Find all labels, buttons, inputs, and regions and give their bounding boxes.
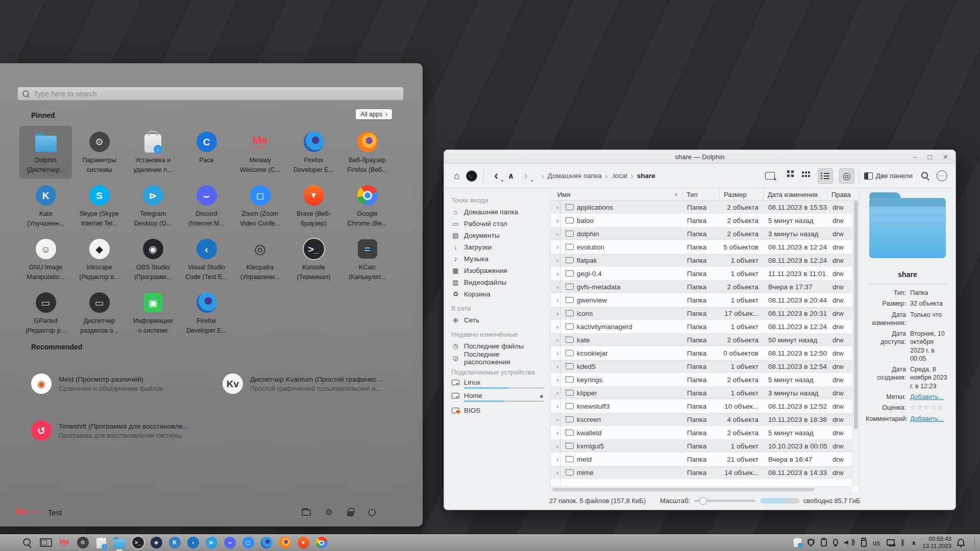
night-color-tray-icon[interactable] — [833, 539, 838, 545]
expand-icon[interactable]: › — [556, 243, 562, 251]
sidebar-item-bios[interactable]: BIOS — [444, 405, 550, 416]
launcher-app-dolphin[interactable]: Dolphin(Диспетчер... — [19, 126, 72, 179]
close-button[interactable]: ✕ — [943, 154, 948, 160]
sidebar-item-видеофайлы[interactable]: ▥Видеофайлы — [444, 277, 550, 288]
details-view-button[interactable] — [818, 168, 833, 184]
clipboard-tray-icon[interactable] — [821, 539, 827, 546]
launcher-app-gimp[interactable]: ☺GNU ImageManipulatio... — [19, 233, 72, 286]
launcher-app-skype[interactable]: SSkype (SkypeInternet Tel... — [72, 179, 126, 233]
sidebar-item-изображения[interactable]: ▦Изображения — [444, 265, 550, 277]
recommended-item-kvantum[interactable]: KvДиспетчер Kvantum (Простой графичес...… — [223, 360, 409, 407]
expand-icon[interactable]: › — [556, 270, 562, 278]
bluetooth-tray-icon[interactable]: ᛒ — [901, 538, 905, 547]
launcher-app-obs-studio[interactable]: ◉OBS Studio(Программ... — [126, 233, 180, 286]
taskbar-app-dolphin[interactable] — [113, 537, 126, 549]
launcher-app-firefox[interactable]: Веб-браузерFirefox (Веб... — [340, 126, 394, 179]
expand-icon[interactable]: › — [556, 389, 562, 397]
zoom-slider-knob[interactable] — [699, 497, 707, 505]
sidebar-item-последние-расположения[interactable]: ◶Последние расположения — [444, 352, 550, 364]
sidebar-item-загрузки[interactable]: ↓Загрузки — [444, 241, 550, 253]
volume-tray-icon[interactable] — [844, 539, 855, 546]
table-row[interactable]: ›mimeПапка14 объек...08.11.2023 в 14:33d… — [551, 466, 852, 479]
launcher-app-vscode[interactable]: ‹Visual StudioCode (Text E... — [180, 233, 233, 286]
menu-button[interactable]: ⋯ — [934, 168, 949, 184]
table-row[interactable]: ›kwalletdПапка2 объекта5 минут назадdrw — [551, 426, 852, 439]
table-row[interactable]: ›iconsПапка17 объек...08.11.2023 в 20:31… — [551, 307, 852, 320]
taskbar-app-melawy-menu[interactable]: MeLAWY — [58, 537, 70, 549]
launcher-app-pace[interactable]: CPace — [180, 126, 233, 179]
screen-lock-tray-icon[interactable] — [887, 539, 895, 545]
table-row[interactable]: ›knewstuff3Папка10 объек...08.11.2023 в … — [551, 399, 852, 413]
taskbar-app-discord[interactable]: ⌣ — [224, 537, 236, 549]
back-button[interactable]: ‹▾ — [490, 169, 502, 183]
sidebar-item-документы[interactable]: ▤Документы — [444, 230, 550, 241]
titlebar[interactable]: share — Dolphin – ◻ ✕ — [444, 150, 955, 164]
sidebar-item-home[interactable]: Home▲ — [444, 391, 550, 405]
table-row[interactable]: ›kscreenПапка4 объекта10.11.2023 в 18:38… — [551, 413, 852, 426]
column-header-name[interactable]: Имя ∧ — [551, 189, 682, 200]
expand-icon[interactable]: › — [556, 442, 562, 450]
tray-expander-icon[interactable]: ∧ — [912, 539, 917, 546]
recommended-item-meld[interactable]: ◉Meld (Просмотр различий)Сравнение и объ… — [31, 360, 200, 407]
column-header-modified[interactable]: Дата изменения — [764, 189, 827, 200]
launcher-app-firefox-developer-2[interactable]: FirefoxDeveloper E... — [180, 286, 233, 340]
launcher-app-firefox-developer[interactable]: FirefoxDeveloper E... — [287, 126, 340, 179]
expand-icon[interactable]: › — [556, 230, 562, 238]
taskbar-app-telegram[interactable]: ⊳ — [205, 537, 217, 549]
expand-icon[interactable]: › — [556, 456, 562, 463]
expand-icon[interactable]: › — [556, 257, 562, 264]
sidebar-item-рабочий-стол[interactable]: ▭Рабочий стол — [444, 218, 550, 230]
new-tab-button[interactable] — [763, 168, 778, 184]
sidebar-item-корзина[interactable]: ♻Корзина — [444, 288, 550, 300]
files-button[interactable] — [302, 509, 311, 516]
table-row[interactable]: ›kactivitymanagerdПапка1 объект08.11.202… — [551, 320, 852, 333]
expand-icon[interactable]: › — [556, 336, 562, 344]
launcher-search[interactable] — [17, 87, 404, 101]
table-row[interactable]: ›kded5Папка1 объект08.11.2023 в 12:54drw — [551, 360, 852, 373]
breadcrumb-share[interactable]: share — [637, 172, 655, 180]
lock-button[interactable] — [347, 511, 354, 516]
taskbar-app-konsole[interactable]: >_ — [132, 537, 144, 549]
notifications-icon[interactable] — [958, 539, 964, 545]
taskbar-app-zoom[interactable]: ◻ — [242, 537, 254, 549]
home-icon[interactable]: ⌂ — [450, 168, 463, 184]
launcher-app-gparted[interactable]: ▭GParted(Редактор р... — [19, 286, 72, 340]
removable-devices-tray-icon[interactable] — [861, 540, 867, 547]
expand-icon[interactable]: › — [556, 469, 562, 477]
expand-icon[interactable]: › — [556, 296, 562, 304]
launcher-app-google-chrome[interactable]: GoogleChrome (Ве... — [340, 179, 394, 233]
expand-icon[interactable]: › — [556, 376, 562, 384]
launcher-app-discord[interactable]: ⌣Discord(Internet M... — [180, 179, 233, 233]
expand-icon[interactable]: › — [556, 310, 562, 317]
table-row[interactable]: ›kateПапка2 объекта50 минут назадdrw — [551, 333, 852, 346]
column-header-size[interactable]: Размер — [720, 189, 764, 200]
maximize-button[interactable]: ◻ — [927, 154, 933, 160]
preview-button[interactable]: ◎ — [839, 168, 854, 184]
vertical-scrollbar[interactable] — [852, 201, 859, 486]
show-desktop-edge[interactable] — [974, 537, 975, 549]
power-button[interactable] — [368, 509, 376, 516]
zoom-slider[interactable] — [694, 499, 755, 502]
konsole-profile-icon[interactable] — [466, 170, 477, 182]
digital-clock[interactable]: 00:53:43 13.11.2023 — [922, 536, 951, 550]
up-button[interactable]: ∧ — [505, 171, 517, 181]
horizontal-scrollbar[interactable] — [551, 486, 852, 492]
launcher-app-inkscape[interactable]: ◆Inkscape(Редактор в... — [72, 233, 126, 286]
sidebar-item-linux[interactable]: Linux — [444, 378, 550, 391]
launcher-app-system-info[interactable]: ▣Информацияо системе — [126, 286, 180, 340]
compact-view-button[interactable] — [801, 168, 817, 184]
forward-button[interactable]: ›▾ — [520, 169, 532, 183]
icons-view-button[interactable] — [785, 168, 800, 184]
expand-icon[interactable]: › — [556, 429, 562, 437]
table-row[interactable]: ›flatpakПапка1 объект08.11.2023 в 12:24d… — [551, 254, 852, 267]
launcher-app-konsole[interactable]: >_Konsole(Терминал) — [287, 233, 340, 286]
add-tags-link[interactable]: Добавить... — [910, 393, 949, 401]
add-comment-link[interactable]: Добавить... — [910, 415, 949, 423]
table-row[interactable]: ›gegl-0.4Папка1 объект11.11.2023 в 11:01… — [551, 267, 852, 280]
table-row[interactable]: ›klipperПапка1 объект3 минуты назадdrw — [551, 386, 852, 399]
taskbar-app-app-launcher[interactable] — [3, 537, 15, 549]
sidebar-item-музыка[interactable]: ♪Музыка — [444, 253, 550, 265]
expand-icon[interactable]: › — [556, 204, 562, 211]
taskbar-app-gimp[interactable]: ☻ — [150, 537, 162, 549]
rating-stars[interactable]: ☆☆☆☆☆ — [910, 404, 949, 412]
